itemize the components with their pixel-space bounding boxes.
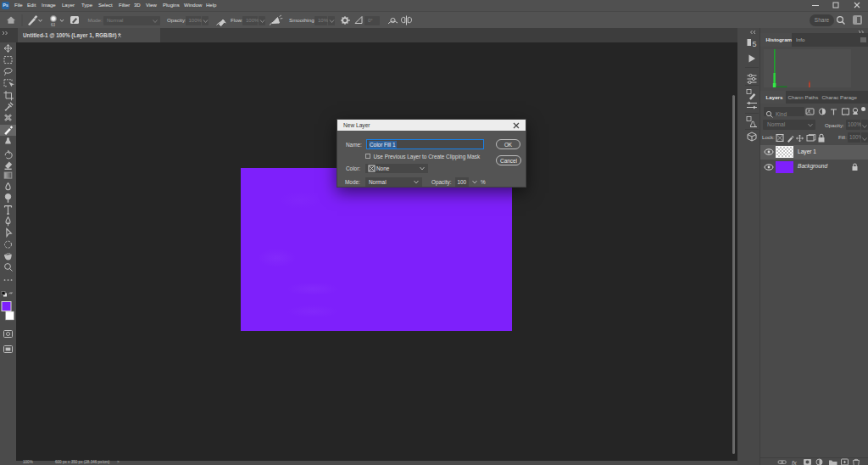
- svg-text:5: 5: [753, 40, 757, 48]
- svg-text:fx: fx: [792, 459, 797, 465]
- svg-text:63: 63: [51, 23, 56, 27]
- svg-text:Kind: Kind: [776, 111, 787, 117]
